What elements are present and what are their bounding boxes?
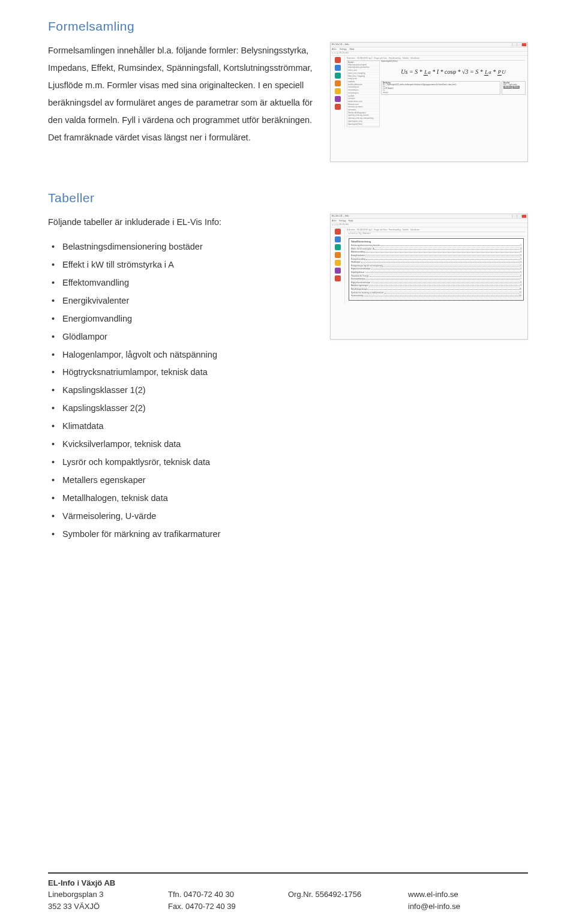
toolbar: ▢ ▢ | ▢ EL-Vis Info	[331, 52, 527, 56]
list-item: Högtrycksnatriumlampor, teknisk data	[62, 364, 316, 382]
footer-orgnr: 556492-1756	[316, 890, 362, 899]
list-item: Kapslingsklasser 1(2)	[62, 382, 316, 400]
window-title: EL-Vis 13 – Info	[332, 43, 349, 46]
list-item: Metallhalogen, teknisk data	[62, 490, 316, 508]
max-icon	[517, 215, 521, 218]
footer-company: EL-Info i Växjö AB	[48, 878, 115, 887]
footer-phone: 0470-72 40 30	[184, 890, 234, 899]
list-item: Energiomvandling	[62, 310, 316, 328]
tabeller-list: Belastningsdimensionering bostäder Effek…	[48, 238, 316, 544]
section-formelsamling: Formelsamling Formelsamlingen innehåller…	[48, 19, 528, 162]
sidebar-icon	[335, 88, 341, 94]
table-contents-box: Tabellförteckning Belastningsdimensioner…	[349, 238, 524, 301]
clear-button: Rensa	[512, 86, 520, 88]
list-item: Symboler för märkning av trafikarmaturer	[62, 526, 316, 544]
list-item: Värmeisolering, U-värde	[62, 508, 316, 526]
list-item: Effekt i kW till strömstyrka i A	[62, 256, 316, 274]
section-tabeller: Tabeller Följande tabeller är inkluderad…	[48, 191, 528, 544]
app-tabs: DokumentSS 436 40 00 utg 2Frågor och Sva…	[347, 229, 526, 233]
list-item: Effektomvandling	[62, 274, 316, 292]
formula-list: Formler Belysningsstyrka (omgivet)Belysn…	[347, 61, 380, 127]
list-item: Belastningsdimensionering bostäder	[62, 238, 316, 256]
formula-title: Spänningsfall (3-fas)	[381, 61, 526, 63]
calc-button: Beräkna	[503, 86, 512, 88]
sidebar-icon	[335, 65, 341, 71]
list-item: Kapslingsklasser 2(2)	[62, 400, 316, 418]
tabeller-intro: Följande tabeller är inkluderade i EL-Vi…	[48, 214, 316, 231]
list-item: Metallers egenskaper	[62, 472, 316, 490]
window-title: EL-Vis 13 – Info	[332, 215, 349, 218]
list-item: Lysrör och kompaktlysrör, teknisk data	[62, 454, 316, 472]
sidebar-icon	[335, 96, 341, 102]
heading-tabeller: Tabeller	[48, 191, 528, 205]
app-sidebar	[331, 227, 345, 304]
menubar: Arkiv Verktyg Hjälp	[331, 47, 527, 52]
max-icon	[517, 43, 521, 46]
screenshot-tabeller: EL-Vis 13 – Info ArkivVerktygHjälp ▢ ▢ |…	[330, 214, 528, 340]
footer-fax: 0470-72 40 39	[185, 902, 236, 911]
min-icon	[512, 43, 517, 46]
list-item: Kvicksilverlampor, teknisk data	[62, 436, 316, 454]
app-tabs: DokumentSS 436 40 00 utg 2Frågor och Sva…	[347, 57, 526, 61]
sidebar-icon	[335, 236, 341, 242]
list-item: Glödlampor	[62, 328, 316, 346]
min-icon	[512, 215, 517, 218]
table-title: Tabellförteckning	[351, 241, 521, 244]
sidebar-icon	[335, 229, 341, 235]
footer-addr1: Lineborgsplan 3	[48, 890, 104, 899]
formula-display: Us = S * La * I * cosφ * √3 = S * La * P…	[381, 64, 526, 80]
sidebar-icon	[335, 252, 341, 258]
heading-formelsamling: Formelsamling	[48, 19, 528, 34]
result-box: Resultat Fyll i … tryck sedan Beräkna Re…	[502, 81, 526, 95]
sidebar-icon	[335, 244, 341, 250]
sidebar-icon	[335, 275, 341, 281]
sidebar-icon	[335, 104, 341, 110]
sidebar-icon	[335, 260, 341, 266]
list-item: Klimatdata	[62, 418, 316, 436]
list-item: Energikvivalenter	[62, 292, 316, 310]
close-icon	[521, 43, 526, 46]
app-sidebar	[331, 56, 345, 128]
page-footer: EL-Info i Växjö AB Lineborgsplan 3 352 3…	[48, 874, 528, 913]
toolbar: ▢ ▢ | ▢ EL-Vis Info	[331, 223, 527, 227]
screenshot-formelsamling: EL-Vis 13 – Info Arkiv Verktyg Hjälp ▢ ▢…	[330, 42, 528, 162]
list-item: Halogenlampor, lågvolt och nätspänning	[62, 346, 316, 364]
calc-box: Beräkning Us — Spänningsfall (V) varifrå…	[381, 81, 500, 95]
footer-addr2: 352 33 VÄXJÖ	[48, 902, 100, 911]
close-icon	[521, 215, 526, 218]
footer-email: info@el-info.se	[408, 902, 460, 911]
formelsamling-text: Formelsamlingen innehåller bl.a. följand…	[48, 42, 316, 146]
sidebar-icon	[335, 80, 341, 86]
menubar: ArkivVerktygHjälp	[331, 219, 527, 223]
sidebar-icon	[335, 57, 341, 63]
sidebar-icon	[335, 268, 341, 274]
footer-web: www.el-info.se	[408, 890, 458, 899]
sidebar-icon	[335, 73, 341, 79]
